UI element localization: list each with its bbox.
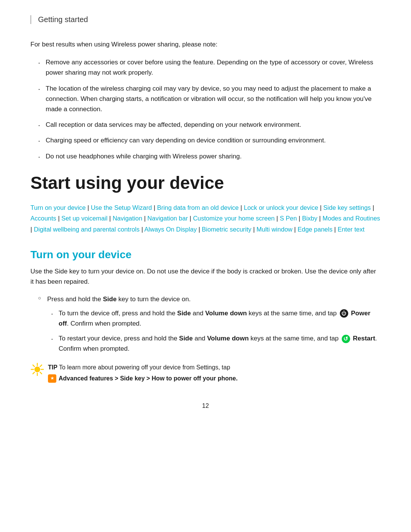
wireless-intro: For best results when using Wireless pow… (30, 39, 381, 50)
svg-line-7 (40, 365, 41, 366)
link-biometric[interactable]: Biometric security (202, 226, 251, 233)
list-item: Charging speed or efficiency can vary de… (38, 135, 381, 145)
header: Getting started (30, 15, 381, 24)
turn-on-heading: Turn on your device (30, 249, 381, 261)
link-bring-data[interactable]: Bring data from an old device (157, 204, 239, 211)
svg-line-6 (40, 372, 41, 374)
link-customize-home[interactable]: Customize your home screen (193, 215, 275, 222)
link-multi-window[interactable]: Multi window (256, 226, 292, 233)
bold-volume-down: Volume down (205, 310, 247, 317)
wireless-bullet-list: Remove any accessories or cover before u… (38, 57, 381, 161)
link-digital-wellbeing[interactable]: Digital wellbeing and parental controls (34, 226, 140, 233)
tip-section: TIP To learn more about powering off you… (30, 363, 381, 383)
bold-restart: Restart (353, 335, 375, 342)
page-number: 12 (30, 403, 381, 409)
list-item: Do not use headphones while charging wit… (38, 151, 381, 161)
links-section: Turn on your device | Use the Setup Wiza… (30, 202, 381, 235)
link-enter-text[interactable]: Enter text (338, 226, 365, 233)
svg-line-8 (33, 372, 34, 374)
tip-bold-text: Advanced features > Side key > How to po… (59, 374, 237, 383)
bold-side-3: Side (179, 335, 193, 342)
bold-volume-down-2: Volume down (207, 335, 249, 342)
svg-point-0 (35, 367, 40, 372)
turn-on-description: Use the Side key to turn your device on.… (30, 266, 381, 287)
advanced-features-icon (48, 374, 56, 383)
turn-on-circle-list: Press and hold the Side key to turn the … (38, 294, 381, 354)
link-turn-on[interactable]: Turn on your device (30, 204, 86, 211)
bold-side: Side (103, 296, 116, 303)
link-always-on[interactable]: Always On Display (144, 226, 197, 233)
list-item: Call reception or data services may be a… (38, 120, 381, 130)
link-side-key[interactable]: Side key settings (323, 204, 371, 211)
list-item: To restart your device, press and hold t… (51, 333, 381, 354)
link-navigation[interactable]: Navigation (113, 215, 142, 222)
link-accounts[interactable]: Accounts (30, 215, 56, 222)
link-setup-wizard[interactable]: Use the Setup Wizard (91, 204, 152, 211)
link-edge-panels[interactable]: Edge panels (298, 226, 333, 233)
tip-label: TIP (48, 364, 57, 371)
svg-line-5 (33, 365, 34, 366)
tip-advanced: Advanced features > Side key > How to po… (48, 374, 237, 383)
link-spen[interactable]: S Pen (280, 215, 297, 222)
link-voicemail[interactable]: Set up voicemail (61, 215, 107, 222)
link-lock-unlock[interactable]: Lock or unlock your device (244, 204, 318, 211)
tip-text: TIP To learn more about powering off you… (48, 363, 237, 383)
list-item: Press and hold the Side key to turn the … (38, 294, 381, 354)
link-navigation-bar[interactable]: Navigation bar (147, 215, 188, 222)
list-item: Remove any accessories or cover before u… (38, 57, 381, 78)
main-heading: Start using your device (30, 173, 381, 193)
list-item: The location of the wireless charging co… (38, 83, 381, 115)
tip-sun-icon (30, 363, 44, 376)
power-icon (340, 309, 348, 318)
header-title: Getting started (38, 15, 88, 24)
sub-bullet-list: To turn the device off, press and hold t… (51, 308, 381, 354)
restart-icon (342, 335, 350, 343)
link-modes-routines[interactable]: Modes and Routines (323, 215, 380, 222)
list-item: To turn the device off, press and hold t… (51, 308, 381, 329)
bold-side-2: Side (177, 310, 191, 317)
link-bixby[interactable]: Bixby (302, 215, 317, 222)
tip-description: To learn more about powering off your de… (59, 364, 230, 371)
